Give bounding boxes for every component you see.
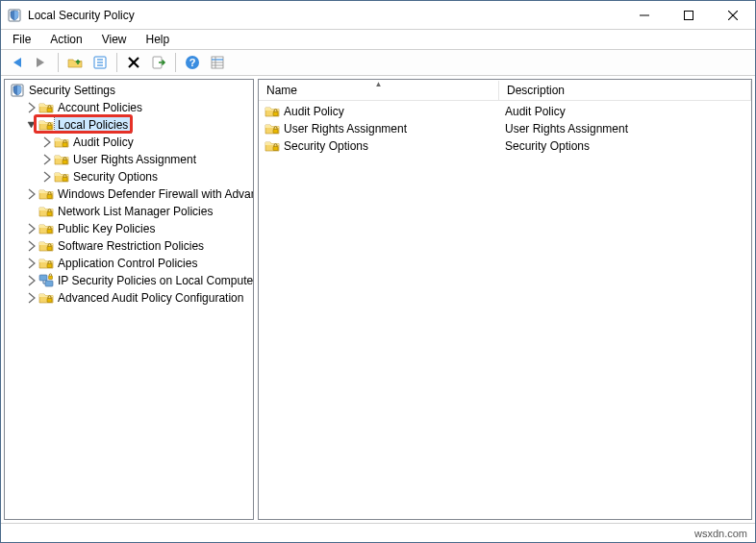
view-details-button[interactable] (206, 52, 229, 73)
expander-icon[interactable] (24, 257, 38, 270)
tree-node[interactable]: Local Policies (7, 116, 254, 134)
folder-lock-icon (38, 290, 55, 306)
list-header: Name ▲ Description (259, 80, 751, 101)
list-cell-description: Audit Policy (505, 105, 566, 118)
tree-label: Software Restriction Policies (55, 238, 207, 254)
toolbar (1, 49, 755, 76)
list-cell-description: Security Options (505, 139, 590, 153)
menu-action[interactable]: Action (42, 31, 89, 48)
toolbar-separator (175, 53, 176, 72)
title-bar: Local Security Policy (1, 1, 755, 30)
list-cell-name: Audit Policy (284, 105, 344, 118)
tree-label: Security Options (70, 169, 161, 185)
watermark-text: wsxdn.com (694, 528, 747, 539)
list-cell-name: Security Options (284, 139, 368, 153)
folder-lock-icon (53, 135, 70, 150)
back-button[interactable] (5, 52, 28, 73)
folder-lock-icon (38, 100, 55, 115)
tree-node[interactable]: Security Options (7, 168, 254, 185)
tree-node[interactable]: IP Security Policies on Local Computer (7, 272, 254, 289)
up-button[interactable] (63, 52, 87, 73)
folder-lock-icon (38, 273, 55, 288)
menu-file[interactable]: File (5, 31, 38, 48)
tree-label: Audit Policy (70, 135, 137, 150)
maximize-button[interactable] (667, 1, 711, 30)
folder-lock-icon (38, 186, 55, 202)
tree-pane[interactable]: Security Settings Account Policies Local… (4, 79, 254, 520)
tree-label: IP Security Policies on Local Computer (55, 273, 254, 288)
folder-lock-icon (38, 117, 55, 133)
folder-lock-icon (38, 221, 55, 236)
content-area: Security Settings Account Policies Local… (1, 76, 755, 523)
status-footer: wsxdn.com (1, 523, 755, 542)
folder-lock-icon (53, 152, 70, 167)
tree-root-node[interactable]: Security Settings (7, 82, 254, 99)
expander-icon[interactable] (24, 239, 38, 253)
minimize-button[interactable] (622, 1, 667, 30)
menu-help[interactable]: Help (139, 31, 178, 48)
expander-icon[interactable] (39, 170, 53, 184)
list-row[interactable]: User Rights Assignment User Rights Assig… (259, 120, 751, 137)
list-cell-name: User Rights Assignment (284, 122, 407, 136)
menu-view[interactable]: View (94, 31, 135, 48)
column-name[interactable]: Name ▲ (259, 81, 499, 100)
tree-label: Windows Defender Firewall with Advanced … (55, 186, 254, 202)
expander-icon[interactable] (24, 274, 38, 287)
folder-lock-icon (38, 204, 55, 219)
folder-lock-icon (265, 121, 280, 136)
window-title: Local Security Policy (28, 9, 135, 22)
list-pane[interactable]: Name ▲ Description Audit Policy Audit Po… (258, 79, 752, 520)
shield-icon (9, 83, 26, 98)
export-button[interactable] (147, 52, 170, 73)
tree-label: Account Policies (55, 100, 145, 115)
list-row[interactable]: Security Options Security Options (259, 137, 751, 155)
sort-asc-icon: ▲ (375, 80, 383, 88)
tree-node[interactable]: Windows Defender Firewall with Advanced … (7, 185, 254, 203)
tree-node[interactable]: Application Control Policies (7, 255, 254, 272)
tree-label: User Rights Assignment (70, 152, 199, 167)
folder-lock-icon (38, 256, 55, 271)
expander-icon[interactable] (39, 153, 53, 166)
expander-icon[interactable] (24, 291, 38, 305)
help-button[interactable] (181, 52, 204, 73)
delete-button[interactable] (122, 52, 145, 73)
tree-label: Network List Manager Policies (55, 204, 215, 219)
expander-icon[interactable] (39, 136, 53, 149)
tree-label: Application Control Policies (55, 256, 200, 271)
app-icon (7, 8, 22, 23)
expander-icon[interactable] (24, 101, 38, 114)
folder-lock-icon (265, 104, 280, 119)
svg-rect-20 (685, 11, 693, 19)
tree-label: Local Policies (55, 117, 131, 133)
close-button[interactable] (711, 1, 755, 30)
list-cell-description: User Rights Assignment (505, 122, 628, 136)
tree-node[interactable]: Audit Policy (7, 134, 254, 151)
column-description[interactable]: Description (499, 81, 751, 100)
expander-icon[interactable] (24, 187, 38, 201)
tree-node[interactable]: User Rights Assignment (7, 151, 254, 168)
tree-node[interactable]: Public Key Policies (7, 220, 254, 237)
folder-lock-icon (265, 138, 280, 154)
properties-button[interactable] (88, 52, 112, 73)
tree-label: Advanced Audit Policy Configuration (55, 290, 246, 306)
toolbar-separator (116, 53, 117, 72)
folder-lock-icon (53, 169, 70, 185)
tree-node[interactable]: Advanced Audit Policy Configuration (7, 289, 254, 307)
toolbar-separator (58, 53, 59, 72)
expander-icon[interactable] (24, 118, 38, 132)
folder-lock-icon (38, 238, 55, 254)
forward-button[interactable] (30, 52, 53, 73)
tree-node[interactable]: Software Restriction Policies (7, 237, 254, 255)
tree-label: Public Key Policies (55, 221, 158, 236)
tree-label: Security Settings (26, 83, 118, 98)
tree-node[interactable]: Account Policies (7, 99, 254, 116)
tree-node[interactable]: Network List Manager Policies (7, 203, 254, 220)
list-row[interactable]: Audit Policy Audit Policy (259, 103, 751, 120)
expander-icon[interactable] (24, 205, 38, 218)
menu-bar: File Action View Help (1, 30, 755, 49)
expander-icon[interactable] (24, 222, 38, 235)
